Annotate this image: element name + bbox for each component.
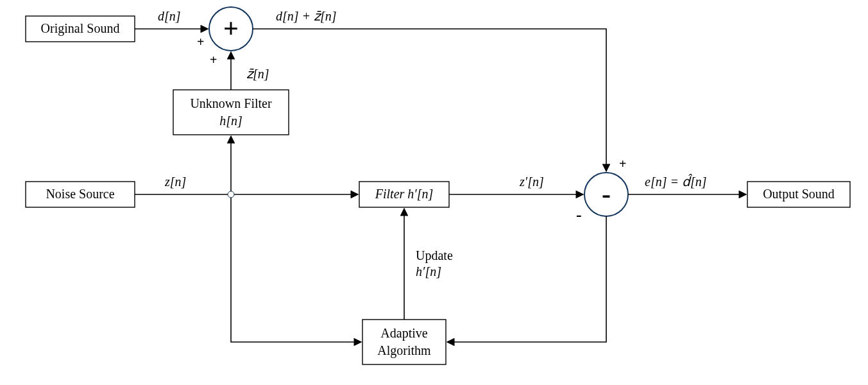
- signal-zprime: z′[n]: [519, 175, 544, 189]
- difference-node: -: [584, 173, 628, 216]
- sum-bottom-sign: +: [210, 53, 217, 67]
- filter-block: Filter h′[n]: [359, 182, 449, 207]
- wire-sum-to-diff: [253, 29, 606, 171]
- wire-node-to-adaptive: [231, 198, 361, 342]
- branch-node: [228, 191, 234, 198]
- unknown-filter-label-1: Unknown Filter: [190, 96, 272, 110]
- diff-left-sign: -: [576, 205, 582, 224]
- signal-update-2: h′[n]: [416, 264, 441, 278]
- original-sound-label: Original Sound: [41, 21, 120, 36]
- original-sound-block: Original Sound: [26, 16, 135, 42]
- signal-d: d[n]: [158, 9, 181, 23]
- signal-z: z[n]: [164, 175, 186, 189]
- sum-node: +: [209, 7, 253, 51]
- noise-source-block: Noise Source: [26, 182, 135, 207]
- output-sound-label: Output Sound: [763, 187, 835, 201]
- adaptive-algorithm-block: Adaptive Algorithm: [362, 320, 446, 364]
- sum-left-sign: +: [197, 35, 204, 49]
- adaptive-label-1: Adaptive: [380, 326, 427, 341]
- filter-label: Filter h′[n]: [375, 187, 434, 201]
- minus-operator: -: [602, 179, 611, 209]
- adaptive-label-2: Algorithm: [377, 343, 431, 358]
- signal-sum: d[n] + z̄[n]: [276, 9, 337, 23]
- signal-zbar: z̄[n]: [246, 67, 269, 81]
- unknown-filter-label-2: h[n]: [219, 114, 243, 128]
- signal-update-1: Update: [416, 248, 453, 263]
- signal-e: e[n] = d̂[n]: [645, 174, 707, 189]
- block-diagram: Original Sound Noise Source Unknown Filt…: [0, 0, 868, 385]
- wire-feedback-to-adaptive: [447, 216, 606, 342]
- noise-source-label: Noise Source: [46, 187, 114, 201]
- plus-operator: +: [223, 13, 239, 43]
- unknown-filter-block: Unknown Filter h[n]: [173, 90, 289, 135]
- diff-top-sign: +: [619, 157, 626, 171]
- output-sound-block: Output Sound: [747, 182, 850, 207]
